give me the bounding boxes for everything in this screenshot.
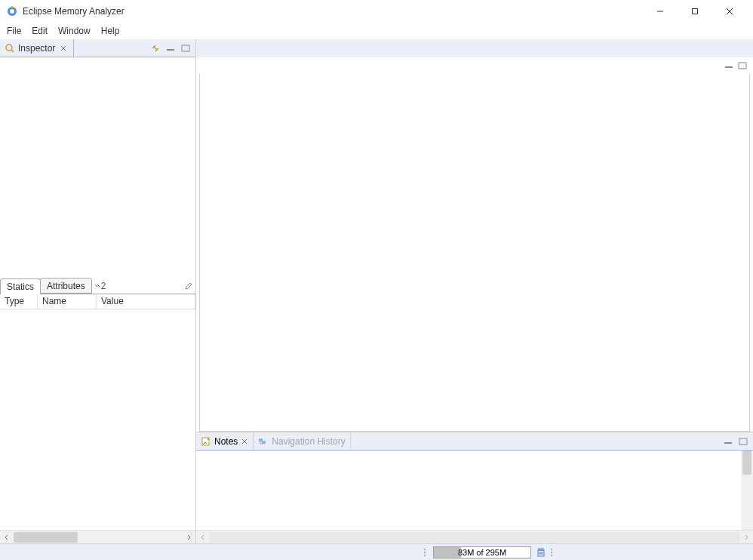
menu-file[interactable]: File [2,23,26,39]
column-type[interactable]: Type [0,294,38,309]
scroll-left-icon[interactable] [0,531,14,544]
menu-bar: File Edit Window Help [0,23,753,39]
heap-text: 83M of 295M [458,548,506,557]
close-notes-icon[interactable] [241,438,248,445]
inspector-tab[interactable]: Inspector [0,39,74,57]
svg-point-7 [6,45,12,51]
bottom-views: Notes Navigation History [196,432,753,530]
left-h-scrollbar[interactable] [0,530,195,543]
svg-rect-4 [693,9,698,14]
svg-rect-19 [262,441,266,444]
tabs-overflow-button[interactable]: 2 [91,278,109,294]
right-h-scrollbar[interactable] [196,530,753,543]
minimize-bottom-button[interactable] [721,435,735,448]
svg-point-1 [10,9,14,14]
maximize-button[interactable] [678,0,712,23]
link-with-button[interactable] [149,42,162,55]
column-name[interactable]: Name [38,294,97,309]
menu-window[interactable]: Window [53,23,96,39]
maximize-editor-button[interactable] [736,60,748,71]
svg-rect-20 [724,442,732,444]
notes-v-scrollbar[interactable] [741,451,753,530]
workspace: Inspector Statics Attr [0,39,753,543]
right-panel: Notes Navigation History [196,39,753,543]
close-button[interactable] [712,0,747,23]
inspector-icon [5,43,15,54]
heap-fill [434,547,461,558]
tab-notes[interactable]: Notes [196,432,254,450]
run-gc-button[interactable] [534,546,548,559]
svg-rect-21 [739,438,747,445]
v-scroll-thumb[interactable] [742,451,751,475]
maximize-view-button[interactable] [179,42,192,55]
inspector-view-header: Inspector [0,39,195,57]
menu-edit[interactable]: Edit [26,23,53,39]
tab-navigation-history[interactable]: Navigation History [254,432,350,450]
svg-rect-12 [182,45,189,51]
detail-table-header: Type Name Value [0,294,195,309]
editor-corner-controls [196,57,753,74]
scrollbar-track[interactable] [14,532,182,543]
minimize-editor-button[interactable] [723,60,735,71]
notes-body[interactable] [196,451,753,530]
title-bar: Eclipse Memory Analyzer [0,0,753,23]
app-icon [6,5,18,17]
minimize-view-button[interactable] [164,42,177,55]
scroll-left-icon[interactable] [196,531,210,544]
menu-help[interactable]: Help [96,23,125,39]
svg-rect-2 [11,6,13,8]
close-view-icon[interactable] [58,43,69,54]
inspector-upper-area [0,57,195,278]
svg-rect-26 [539,549,543,550]
heap-status-widget: 83M of 295M [424,546,557,559]
detail-table-body [0,309,195,530]
inspector-detail-tabs: Statics Attributes 2 [0,278,195,294]
inspector-title: Inspector [18,43,55,54]
scroll-right-icon[interactable] [182,531,195,544]
edit-icon[interactable] [182,278,195,294]
scroll-right-icon[interactable] [739,531,753,544]
bottom-views-header: Notes Navigation History [196,432,753,451]
svg-line-8 [11,50,14,52]
maximize-bottom-button[interactable] [736,435,750,448]
window-title: Eclipse Memory Analyzer [23,6,643,17]
heap-bar[interactable]: 83M of 295M [433,546,531,558]
left-panel: Inspector Statics Attr [0,39,196,543]
notes-label: Notes [214,436,238,447]
minimize-button[interactable] [643,0,678,23]
grip-icon [424,549,427,556]
status-bar: 83M of 295M [0,543,753,560]
scrollbar-thumb[interactable] [14,532,78,543]
editor-area [199,74,750,432]
editor-tab-strip [196,39,753,57]
tab-attributes[interactable]: Attributes [40,278,92,294]
nav-history-label: Navigation History [272,436,345,447]
column-value[interactable]: Value [97,294,195,309]
svg-rect-14 [739,63,746,69]
tab-statics[interactable]: Statics [0,278,41,294]
notes-icon [201,436,211,447]
svg-rect-13 [725,66,733,68]
history-icon [258,436,269,447]
svg-rect-11 [167,49,174,51]
grip-icon [551,549,554,556]
